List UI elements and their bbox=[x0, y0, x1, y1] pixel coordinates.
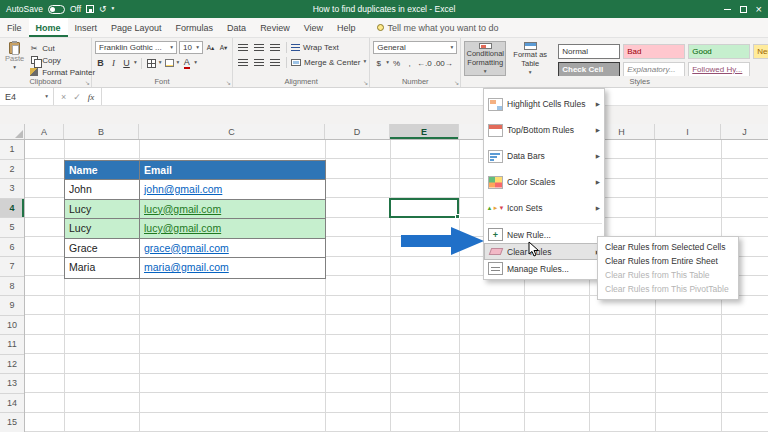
row-header-15[interactable]: 15 bbox=[0, 413, 24, 432]
decrease-decimal-button[interactable]: .00→ bbox=[434, 57, 453, 69]
percent-style-button[interactable]: % bbox=[391, 57, 402, 69]
style-bad[interactable]: Bad bbox=[623, 44, 685, 59]
cell-B3[interactable]: John bbox=[65, 180, 140, 199]
format-as-table-button[interactable]: Format as Table ▾ bbox=[509, 41, 551, 76]
row-header-4[interactable]: 4 bbox=[0, 199, 24, 219]
save-icon[interactable] bbox=[86, 5, 94, 13]
menu-item-data-bars[interactable]: Data Bars ▶ bbox=[484, 143, 604, 169]
decrease-font-size-button[interactable]: A▾ bbox=[218, 42, 229, 54]
cell-C5[interactable]: lucy@gmail.com bbox=[140, 219, 325, 238]
tab-formulas[interactable]: Formulas bbox=[169, 18, 221, 37]
style-good[interactable]: Good bbox=[688, 44, 750, 59]
column-header-A[interactable]: A bbox=[25, 124, 64, 139]
formula-input[interactable] bbox=[102, 88, 768, 105]
middle-align-button[interactable] bbox=[252, 41, 266, 53]
row-header-1[interactable]: 1 bbox=[0, 140, 24, 160]
insert-function-icon[interactable]: fx bbox=[88, 92, 95, 102]
style-neutral[interactable]: Neutral bbox=[753, 44, 768, 59]
autosave-toggle[interactable] bbox=[48, 5, 65, 14]
cell-B5[interactable]: Lucy bbox=[65, 219, 140, 238]
style-followed-hyperlink[interactable]: Followed Hy... bbox=[688, 62, 750, 76]
row-header-13[interactable]: 13 bbox=[0, 374, 24, 394]
cell-C3[interactable]: john@gmail.com bbox=[140, 180, 325, 199]
menu-item-clear-rules[interactable]: Clear Rules ▶ bbox=[484, 243, 604, 260]
tab-help[interactable]: Help bbox=[330, 18, 363, 37]
fill-handle[interactable] bbox=[455, 214, 460, 219]
italic-button[interactable]: I bbox=[108, 57, 119, 69]
align-right-button[interactable] bbox=[268, 56, 282, 68]
merge-center-button[interactable]: Merge & Center ▾ bbox=[291, 57, 366, 67]
row-header-8[interactable]: 8 bbox=[0, 277, 24, 297]
enter-icon[interactable]: ✓ bbox=[73, 92, 81, 102]
menu-item-new-rule[interactable]: + New Rule... bbox=[484, 226, 604, 243]
increase-decimal-button[interactable]: ←.0 bbox=[417, 57, 432, 69]
bottom-align-button[interactable] bbox=[268, 41, 282, 53]
row-header-14[interactable]: 14 bbox=[0, 394, 24, 414]
borders-button[interactable] bbox=[146, 57, 157, 69]
tab-data[interactable]: Data bbox=[220, 18, 253, 37]
font-color-dropdown-icon[interactable]: ▾ bbox=[194, 60, 197, 66]
cut-button[interactable]: ✂ Cut bbox=[29, 43, 95, 53]
merge-center-dropdown-icon[interactable]: ▾ bbox=[363, 59, 366, 65]
tab-insert[interactable]: Insert bbox=[68, 18, 105, 37]
selected-cell-E4[interactable] bbox=[389, 198, 459, 218]
fill-color-button[interactable] bbox=[164, 57, 175, 69]
alignment-dialog-launcher-icon[interactable]: ↘ bbox=[363, 80, 368, 86]
menu-item-top-bottom-rules[interactable]: Top/Bottom Rules ▶ bbox=[484, 117, 604, 143]
cell-C6[interactable]: grace@gmail.com bbox=[140, 239, 325, 258]
column-header-C[interactable]: C bbox=[139, 124, 325, 139]
cell-C2[interactable]: Email bbox=[140, 161, 325, 180]
style-check-cell[interactable]: Check Cell bbox=[558, 62, 620, 76]
cell-B2[interactable]: Name bbox=[65, 161, 140, 180]
wrap-text-button[interactable]: Wrap Text bbox=[291, 42, 339, 52]
number-dialog-launcher-icon[interactable]: ↘ bbox=[454, 80, 459, 86]
conditional-formatting-button[interactable]: Conditional Formatting ▾ bbox=[464, 41, 506, 76]
font-family-select[interactable]: Franklin Gothic ... ▾ bbox=[95, 41, 177, 54]
column-header-D[interactable]: D bbox=[325, 124, 390, 139]
underline-button[interactable]: U bbox=[121, 57, 132, 69]
clipboard-dialog-launcher-icon[interactable]: ↘ bbox=[85, 80, 90, 86]
align-left-button[interactable] bbox=[236, 56, 250, 68]
row-header-2[interactable]: 2 bbox=[0, 160, 24, 180]
submenu-item-clear-selected-cells[interactable]: Clear Rules from Selected Cells bbox=[598, 240, 738, 254]
style-explanatory[interactable]: Explanatory... bbox=[623, 62, 685, 76]
cell-C4[interactable]: lucy@gmail.com bbox=[140, 200, 325, 219]
column-header-B[interactable]: B bbox=[64, 124, 139, 139]
center-button[interactable] bbox=[252, 56, 266, 68]
top-align-button[interactable] bbox=[236, 41, 250, 53]
maximize-button[interactable] bbox=[740, 6, 747, 13]
row-header-12[interactable]: 12 bbox=[0, 355, 24, 375]
row-header-5[interactable]: 5 bbox=[0, 218, 24, 238]
fill-color-dropdown-icon[interactable]: ▾ bbox=[177, 60, 180, 66]
column-header-E[interactable]: E bbox=[390, 124, 459, 139]
row-header-11[interactable]: 11 bbox=[0, 335, 24, 355]
row-header-6[interactable]: 6 bbox=[0, 238, 24, 258]
cancel-icon[interactable]: × bbox=[61, 92, 66, 102]
paste-button[interactable]: Paste ▾ bbox=[3, 41, 26, 77]
row-header-7[interactable]: 7 bbox=[0, 257, 24, 277]
select-all-corner[interactable] bbox=[0, 124, 25, 139]
bold-button[interactable]: B bbox=[95, 57, 106, 69]
row-header-9[interactable]: 9 bbox=[0, 296, 24, 316]
accounting-format-button[interactable]: $ bbox=[373, 57, 384, 69]
increase-font-size-button[interactable]: A▴ bbox=[205, 42, 216, 54]
font-color-button[interactable]: A bbox=[181, 57, 192, 69]
column-header-J[interactable]: J bbox=[721, 124, 768, 139]
tab-review[interactable]: Review bbox=[253, 18, 297, 37]
format-painter-button[interactable]: Format Painter bbox=[29, 67, 95, 77]
menu-item-color-scales[interactable]: Color Scales ▶ bbox=[484, 169, 604, 195]
tab-page-layout[interactable]: Page Layout bbox=[104, 18, 169, 37]
cell-C7[interactable]: maria@gmail.com bbox=[140, 258, 325, 278]
qat-customize-icon[interactable]: ▾ bbox=[112, 6, 115, 12]
cell-B7[interactable]: Maria bbox=[65, 258, 140, 278]
column-header-I[interactable]: I bbox=[655, 124, 721, 139]
font-dialog-launcher-icon[interactable]: ↘ bbox=[226, 80, 231, 86]
row-header-3[interactable]: 3 bbox=[0, 179, 24, 199]
style-normal[interactable]: Normal bbox=[558, 44, 620, 59]
submenu-item-clear-entire-sheet[interactable]: Clear Rules from Entire Sheet bbox=[598, 254, 738, 268]
comma-style-button[interactable]: , bbox=[404, 57, 415, 69]
cell-B6[interactable]: Grace bbox=[65, 239, 140, 258]
tab-view[interactable]: View bbox=[297, 18, 330, 37]
tab-home[interactable]: Home bbox=[29, 18, 68, 37]
tab-file[interactable]: File bbox=[0, 18, 29, 37]
